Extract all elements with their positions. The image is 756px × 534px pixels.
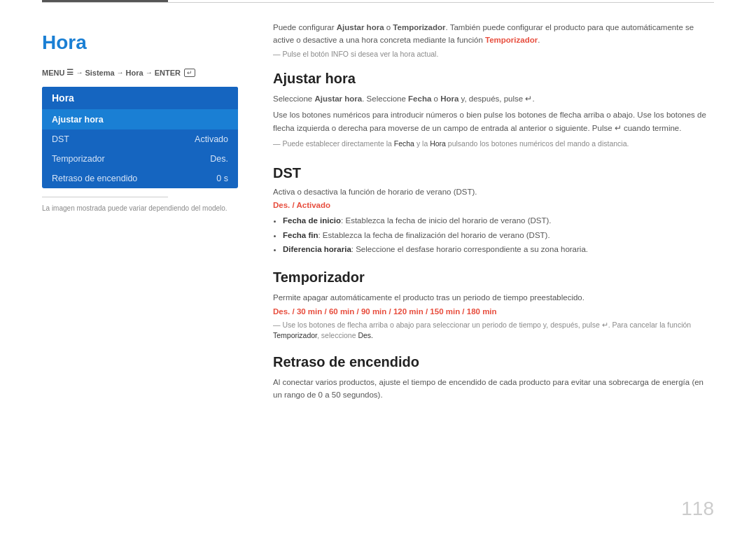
menu-path: MENU ☰ → Sistema → Hora → ENTER ↵ [42, 68, 245, 77]
menu-item-dst[interactable]: DST Activado [42, 129, 238, 149]
menu-item-ajustar-hora[interactable]: Ajustar hora [42, 110, 238, 129]
ah-post: y, después, pulse [458, 94, 525, 103]
arrow3: → [146, 69, 153, 76]
menu-icon: ☰ [66, 68, 74, 77]
menu-item-label: Retraso de encendido [52, 174, 137, 183]
menu-label: MENU [42, 69, 64, 77]
menu-item-temporizador[interactable]: Temporizador Des. [42, 149, 238, 169]
right-column: Puede configurar Ajustar hora o Temporiz… [273, 21, 714, 402]
intro-bold1: Ajustar hora [337, 23, 384, 31]
section-title-ajustar-hora: Ajustar hora [273, 71, 714, 87]
retraso-desc: Al conectar varios productos, ajuste el … [273, 376, 714, 402]
intro-red1: Temporizador [485, 36, 538, 44]
section-title-retraso: Retraso de encendido [273, 354, 714, 370]
menu-header: Hora [42, 87, 238, 110]
ah-icon: ↵ [525, 94, 532, 103]
ah-bold1: Ajustar hora [314, 94, 362, 103]
hora-label: Hora [126, 69, 144, 77]
ah-or: o [431, 94, 440, 103]
ajustar-hora-line2: Use los botones numéricos para introduci… [273, 108, 714, 134]
dst-bullet-1: Fecha de inicio: Establezca la fecha de … [283, 213, 714, 228]
menu-item-label: Ajustar hora [52, 115, 104, 125]
section-title-temporizador: Temporizador [273, 269, 714, 286]
menu-item-retraso[interactable]: Retraso de encendido 0 s [42, 169, 238, 188]
temporizador-note: Use los botones de flecha arriba o abajo… [273, 320, 714, 342]
menu-item-value: Des. [210, 154, 228, 164]
page-title: Hora [42, 31, 245, 54]
arrow1: → [76, 69, 83, 76]
menu-item-label: DST [52, 134, 69, 144]
menu-ui: Hora Ajustar hora DST Activado Temporiza… [42, 87, 238, 188]
intro-bold2: Temporizador [393, 23, 445, 31]
intro-text1: Puede configurar [273, 23, 337, 31]
menu-item-label: Temporizador [52, 154, 105, 164]
ah-end: . [532, 94, 534, 103]
ah-bold2: Fecha [408, 94, 431, 103]
ah-bold3: Hora [440, 94, 458, 103]
intro-paragraph: Puede configurar Ajustar hora o Temporiz… [273, 21, 714, 47]
ah-mid: . Seleccione [362, 94, 408, 103]
enter-icon: ↵ [184, 69, 195, 77]
dst-bullet-3: Diferencia horaria: Seleccione el desfas… [283, 242, 714, 257]
ah-pre: Seleccione [273, 94, 314, 103]
dst-bullets: Fecha de inicio: Establezca la fecha de … [283, 213, 714, 257]
intro-text2: o [384, 23, 393, 31]
arrow2: → [117, 69, 124, 76]
enter-label: ENTER [155, 69, 181, 77]
ajustar-hora-line1: Seleccione Ajustar hora. Seleccione Fech… [273, 92, 714, 105]
temporizador-options: Des. / 30 min / 60 min / 90 min / 120 mi… [273, 307, 714, 316]
left-note: La imagen mostrada puede variar dependie… [42, 203, 245, 213]
menu-item-value: 0 s [216, 174, 228, 183]
intro-text4: . [538, 36, 540, 44]
section-title-dst: DST [273, 165, 714, 181]
ajustar-hora-note: Puede establecer directamente la Fecha y… [273, 139, 714, 150]
dst-desc: Activa o desactiva la función de horario… [273, 185, 714, 198]
page-number: 118 [681, 498, 714, 520]
dst-bullet-2: Fecha fin: Establezca la fecha de finali… [283, 228, 714, 243]
info-note: Pulse el botón INFO si desea ver la hora… [273, 50, 714, 58]
dst-options: Des. / Activado [273, 201, 714, 209]
top-decoration [0, 0, 756, 4]
left-column: Hora MENU ☰ → Sistema → Hora → ENTER ↵ H… [42, 21, 245, 213]
menu-item-value: Activado [195, 134, 228, 144]
sistema-label: Sistema [85, 69, 114, 77]
temporizador-desc: Permite apagar automáticamente el produc… [273, 291, 714, 304]
divider [42, 197, 168, 197]
